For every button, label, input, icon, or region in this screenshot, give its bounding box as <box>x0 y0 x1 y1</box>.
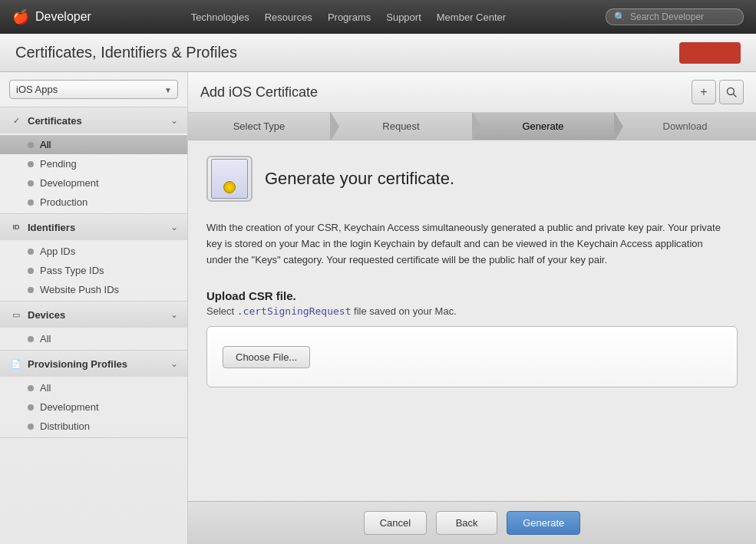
identifiers-icon: ID <box>9 220 23 234</box>
platform-dropdown[interactable]: iOS Apps Mac Apps tvOS Apps <box>9 80 178 99</box>
sidebar-item-label: App IDs <box>40 246 75 257</box>
cert-badge <box>223 181 236 193</box>
upload-subtitle: Select .certSigningRequest file saved on… <box>206 305 738 317</box>
dot-icon <box>28 249 34 255</box>
sidebar-item-label: Pass Type IDs <box>40 265 104 276</box>
certificates-icon: ✓ <box>9 114 23 127</box>
wizard-step-label: Download <box>663 120 708 132</box>
search-box[interactable]: 🔍 <box>606 8 744 25</box>
cert-signing-request-code: .certSigningRequest <box>237 305 352 317</box>
sidebar-item-all-certs[interactable]: All <box>0 135 187 154</box>
sidebar-item-label: All <box>40 333 51 345</box>
sidebar-item-label: Pending <box>40 158 77 170</box>
devices-icon: ▭ <box>9 308 23 321</box>
bottom-bar: Cancel Back Generate <box>188 501 756 544</box>
sidebar-item-pass-type-ids[interactable]: Pass Type IDs <box>0 261 187 280</box>
nav-programs[interactable]: Programs <box>328 12 371 23</box>
search-icon <box>725 86 738 98</box>
upload-section: Upload CSR file. Select .certSigningRequ… <box>206 289 738 387</box>
page-title-bar: Certificates, Identifiers & Profiles <box>0 34 756 72</box>
wizard-step-download[interactable]: Download <box>614 113 756 140</box>
sidebar-item-label: Website Push IDs <box>40 284 119 295</box>
wizard-step-generate[interactable]: Generate <box>472 113 614 140</box>
back-button[interactable]: Back <box>436 511 497 535</box>
app-name: Developer <box>35 10 91 24</box>
sidebar-item-app-ids[interactable]: App IDs <box>0 242 187 261</box>
certificates-label: Certificates <box>28 115 166 127</box>
certificates-header[interactable]: ✓ Certificates ⌄ <box>0 107 187 134</box>
search-button[interactable] <box>719 80 744 104</box>
sidebar: iOS Apps Mac Apps tvOS Apps ✓ Certificat… <box>0 72 188 544</box>
provisioning-items: All Development Distribution <box>0 377 187 437</box>
nav-resources[interactable]: Resources <box>265 12 312 23</box>
main-content: Generate your certificate. With the crea… <box>188 140 756 501</box>
search-input[interactable] <box>630 12 735 22</box>
sidebar-section-devices: ▭ Devices ⌄ All <box>0 302 187 351</box>
content-header: Add iOS Certificate + <box>188 72 756 113</box>
dot-icon <box>28 268 34 274</box>
provisioning-chevron: ⌄ <box>170 358 178 369</box>
sidebar-item-distribution[interactable]: Distribution <box>0 417 187 436</box>
sidebar-item-all-devices[interactable]: All <box>0 329 187 348</box>
sidebar-item-development-profiles[interactable]: Development <box>0 397 187 417</box>
generate-button[interactable]: Generate <box>507 511 580 535</box>
sidebar-section-provisioning: 📄 Provisioning Profiles ⌄ All Developmen… <box>0 351 187 438</box>
add-button[interactable]: + <box>692 80 716 104</box>
devices-chevron: ⌄ <box>170 309 178 320</box>
wizard-step-request[interactable]: Request <box>330 113 472 140</box>
sidebar-item-pending[interactable]: Pending <box>0 154 187 173</box>
dot-icon <box>28 142 34 148</box>
identifiers-items: App IDs Pass Type IDs Website Push IDs <box>0 240 187 301</box>
content-title: Add iOS Certificate <box>200 84 318 101</box>
identifiers-header[interactable]: ID Identifiers ⌄ <box>0 214 187 240</box>
content-header-buttons: + <box>692 80 744 104</box>
upload-heading: Upload CSR file. <box>206 289 738 302</box>
sidebar-item-development[interactable]: Development <box>0 173 187 193</box>
sidebar-item-production[interactable]: Production <box>0 193 187 212</box>
upload-subtitle-suffix: file saved on your Mac. <box>351 305 456 317</box>
dot-icon <box>28 199 34 206</box>
sidebar-item-website-push-ids[interactable]: Website Push IDs <box>0 280 187 299</box>
sidebar-section-identifiers: ID Identifiers ⌄ App IDs Pass Type IDs W… <box>0 214 187 302</box>
apple-icon: 🍎 <box>12 8 29 25</box>
nav-support[interactable]: Support <box>386 12 421 23</box>
info-text: With the creation of your CSR, Keychain … <box>206 220 728 268</box>
search-icon: 🔍 <box>614 12 626 22</box>
brand-logo: 🍎 Developer <box>12 8 91 25</box>
cert-header: Generate your certificate. <box>206 156 738 202</box>
sidebar-item-label: Development <box>40 177 99 189</box>
cert-icon <box>206 156 253 202</box>
certificates-items: All Pending Development Production <box>0 134 187 213</box>
wizard-step-label: Select Type <box>233 120 286 132</box>
devices-header[interactable]: ▭ Devices ⌄ <box>0 302 187 328</box>
sidebar-item-label: Distribution <box>40 420 90 432</box>
nav-member-center[interactable]: Member Center <box>437 12 506 23</box>
sidebar-item-label: Production <box>40 196 87 208</box>
provisioning-header[interactable]: 📄 Provisioning Profiles ⌄ <box>0 351 187 377</box>
devices-label: Devices <box>28 309 166 321</box>
cert-icon-inner <box>211 159 248 199</box>
sign-out-button[interactable] <box>679 42 741 64</box>
wizard-step-label: Generate <box>522 120 563 132</box>
choose-file-button[interactable]: Choose File... <box>223 346 310 368</box>
provisioning-icon: 📄 <box>9 357 23 371</box>
nav-links: Technologies Resources Programs Support … <box>110 12 587 23</box>
dot-icon <box>28 161 34 167</box>
main-layout: iOS Apps Mac Apps tvOS Apps ✓ Certificat… <box>0 72 756 544</box>
nav-technologies[interactable]: Technologies <box>191 12 249 23</box>
sidebar-dropdown-section[interactable]: iOS Apps Mac Apps tvOS Apps <box>0 72 187 107</box>
dot-icon <box>28 404 34 410</box>
sidebar-item-all-profiles[interactable]: All <box>0 378 187 397</box>
cancel-button[interactable]: Cancel <box>364 511 427 535</box>
sidebar-item-label: All <box>40 139 51 150</box>
page-title: Certificates, Identifiers & Profiles <box>15 44 237 61</box>
dot-icon <box>28 180 34 186</box>
identifiers-chevron: ⌄ <box>170 222 178 232</box>
wizard-step-select-type[interactable]: Select Type <box>188 113 330 140</box>
content-area: Add iOS Certificate + Select Type Reques… <box>188 72 756 544</box>
top-nav: 🍎 Developer Technologies Resources Progr… <box>0 0 756 34</box>
wizard-steps: Select Type Request Generate Download <box>188 113 756 140</box>
dot-icon <box>28 336 34 342</box>
upload-box: Choose File... <box>206 326 738 387</box>
svg-line-1 <box>734 94 737 97</box>
